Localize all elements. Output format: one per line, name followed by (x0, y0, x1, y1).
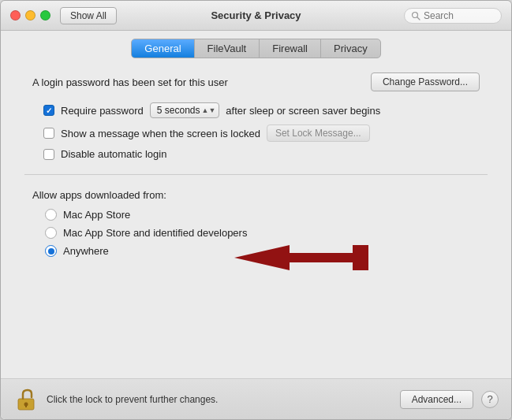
lock-description-text: Click the lock to prevent further change… (47, 394, 392, 405)
bottom-bar: Click the lock to prevent further change… (1, 378, 511, 419)
lock-button[interactable] (13, 385, 39, 414)
main-window: Show All Security & Privacy General File… (0, 0, 512, 420)
section-divider (24, 174, 488, 175)
red-arrow-icon (116, 237, 368, 278)
anywhere-label: Anywhere (63, 245, 109, 257)
radio-row-mac-app-store: Mac App Store (45, 209, 488, 221)
close-button[interactable] (10, 10, 21, 20)
tab-general[interactable]: General (132, 39, 194, 58)
change-password-button[interactable]: Change Password... (371, 72, 480, 91)
titlebar: Show All Security & Privacy (1, 1, 511, 31)
set-lock-message-button[interactable]: Set Lock Message... (267, 125, 370, 142)
disable-login-row: Disable automatic login (43, 148, 488, 160)
svg-marker-2 (234, 245, 353, 270)
show-all-button[interactable]: Show All (60, 7, 117, 24)
minimize-button[interactable] (25, 10, 36, 20)
svg-line-1 (417, 17, 420, 20)
require-password-suffix: after sleep or screen saver begins (226, 105, 380, 117)
tabs-bar: General FileVault Firewall Privacy (1, 31, 511, 58)
login-password-row: A login password has been set for this u… (24, 72, 488, 91)
options-section: Require password 5 seconds ▲▼ after slee… (24, 102, 488, 160)
show-message-label: Show a message when the screen is locked (61, 128, 260, 139)
anywhere-radio[interactable] (45, 245, 57, 257)
tab-privacy[interactable]: Privacy (321, 39, 380, 58)
mac-app-store-radio[interactable] (45, 209, 57, 221)
tab-firewall[interactable]: Firewall (260, 39, 321, 58)
help-button[interactable]: ? (481, 391, 499, 408)
search-input[interactable] (424, 10, 495, 21)
tab-filevault[interactable]: FileVault (195, 39, 260, 58)
mac-app-store-identified-radio[interactable] (45, 227, 57, 239)
mac-app-store-identified-label: Mac App Store and identified developers (63, 227, 247, 239)
lock-icon (17, 388, 36, 411)
disable-login-label: Disable automatic login (61, 148, 166, 160)
red-arrow-container (116, 237, 368, 281)
search-box[interactable] (404, 8, 502, 24)
allow-apps-title: Allow apps downloaded from: (32, 189, 488, 201)
radio-row-anywhere: Anywhere (45, 245, 488, 257)
password-time-value: 5 seconds (157, 105, 200, 116)
radio-row-mac-app-store-identified: Mac App Store and identified developers (45, 227, 488, 239)
login-password-text: A login password has been set for this u… (32, 76, 228, 88)
content-area: A login password has been set for this u… (1, 58, 511, 378)
show-message-checkbox[interactable] (43, 128, 54, 139)
disable-login-checkbox[interactable] (43, 149, 54, 160)
svg-marker-3 (353, 245, 368, 270)
mac-app-store-label: Mac App Store (63, 209, 130, 221)
require-password-checkbox[interactable] (43, 105, 54, 116)
traffic-lights (10, 10, 50, 20)
password-time-select[interactable]: 5 seconds ▲▼ (150, 102, 220, 118)
allow-apps-section: Allow apps downloaded from: Mac App Stor… (24, 189, 488, 257)
advanced-button[interactable]: Advanced... (400, 390, 473, 409)
search-icon (411, 11, 420, 20)
window-title: Security & Privacy (211, 9, 301, 21)
tab-group: General FileVault Firewall Privacy (131, 39, 380, 58)
show-message-row: Show a message when the screen is locked… (43, 125, 488, 142)
require-password-label: Require password (61, 105, 144, 117)
radio-options: Mac App Store Mac App Store and identifi… (32, 209, 488, 257)
svg-rect-6 (25, 405, 27, 407)
maximize-button[interactable] (40, 10, 50, 20)
require-password-row: Require password 5 seconds ▲▼ after slee… (43, 102, 488, 118)
select-arrow-icon: ▲▼ (201, 106, 215, 114)
